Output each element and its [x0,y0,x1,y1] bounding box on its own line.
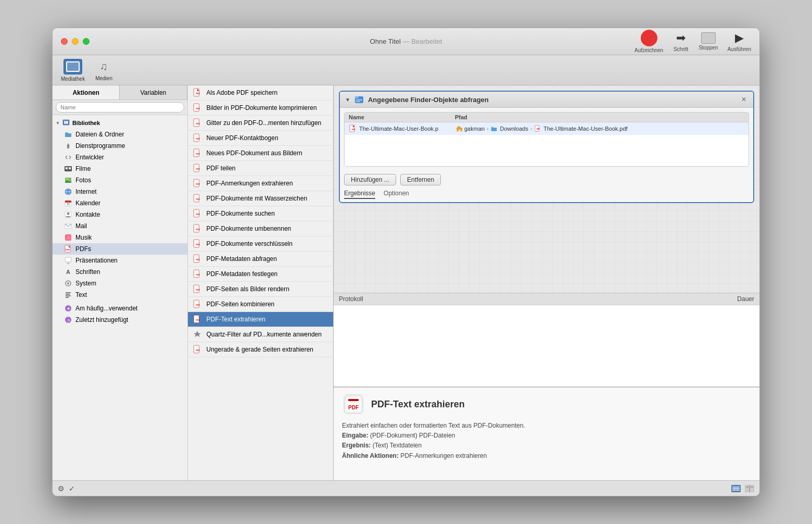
recent-icon: ◔ [64,316,72,324]
action-kontaktbogen[interactable]: PDF Neuer PDF-Kontaktbogen [188,131,333,146]
stoppen-button[interactable]: Stoppen [699,32,718,51]
svg-rect-77 [491,128,497,131]
svg-text:PDF: PDF [196,153,200,155]
aehnliche-value: PDF-Anmerkungen extrahieren [400,452,487,459]
medien-button[interactable]: ♫ Medien [95,59,112,81]
svg-text:★: ★ [67,306,70,311]
action-new-from-images[interactable]: PDF Neues PDF-Dokument aus Bildern [188,146,333,161]
toggle-icon[interactable]: ▼ [345,97,350,103]
action-encrypt[interactable]: PDF PDF-Dokumente verschlüsseln [188,236,333,252]
svg-text:PDF: PDF [66,248,70,251]
toolbar-right: Aufzeichnen ➡ Schritt Stoppen ▶ Ausführe… [635,30,751,53]
library-header[interactable]: ▼ Bibliothek [53,117,187,129]
action-icon: PDF [192,88,202,98]
mediathek-icon [64,59,82,74]
action-rename[interactable]: PDF PDF-Dokumente umbenennen [188,221,333,236]
list-view-icon[interactable] [731,485,741,492]
library-tree: ▼ Bibliothek [53,115,187,480]
sidebar-item-internet[interactable]: Internet [53,186,187,197]
action-icon: PDF [192,118,202,128]
check-icon[interactable]: ✓ [69,484,75,493]
path-folder: Downloads [500,126,528,132]
music-icon: ♫ [64,233,72,242]
file-row[interactable]: PDF The-Ultimate-Mac-User-Book.p gakman [345,122,748,135]
svg-point-28 [67,282,69,284]
action-icon: PDF [192,178,202,189]
sidebar-item-zuletzt[interactable]: ◔ Zuletzt hinzugefügt [53,314,187,326]
schritt-button[interactable]: ➡ Schritt [673,31,689,52]
close-icon[interactable]: ✕ [740,95,748,104]
pdf-file-icon: PDF [349,124,357,133]
action-search[interactable]: PDF PDF-Dokumente suchen [188,206,333,221]
finder-card-title: Angegebene Finder-Objekte abfragen [368,96,735,104]
action-metadata-get[interactable]: PDF PDF-Metadaten abfragen [188,252,333,267]
action-extract-text[interactable]: PDF PDF-Text extrahieren [188,312,333,327]
action-icon: PDF [192,148,202,158]
stop-icon [701,32,716,44]
sidebar-item-praesentationen[interactable]: Präsentationen [53,255,187,266]
remove-button[interactable]: Entfernen [400,174,441,185]
action-annotations[interactable]: PDF PDF-Anmerkungen extrahieren [188,176,333,191]
action-icon: PDF [192,254,202,264]
actions-panel: Aktionen Variablen ▼ [53,85,188,480]
minimize-button[interactable] [72,38,79,45]
protocol-area: Protokoll Dauer [334,293,759,386]
close-button[interactable] [61,38,68,45]
ausfuehren-button[interactable]: ▶ Ausführen [727,31,751,52]
sidebar-item-musik[interactable]: ♫ Musik [53,232,187,243]
tab-aktionen[interactable]: Aktionen [53,85,120,99]
sidebar-item-dienstprogramme[interactable]: Dienstprogramme [53,140,187,152]
add-button[interactable]: Hinzufügen ... [344,174,396,185]
sidebar-item-haeufig[interactable]: ★ Am häufig...verwendet [53,303,187,314]
sidebar-item-text[interactable]: Text [53,289,187,301]
sidebar-item-kalender[interactable]: 15 Kalender [53,197,187,209]
tab-optionen[interactable]: Optionen [384,190,409,199]
photos-icon [64,176,72,184]
action-adobe-pdf[interactable]: PDF Als Adobe PDF speichern [188,85,333,101]
info-panel-header: PDF PDF-Text extrahieren [334,388,759,421]
sidebar-item-mail[interactable]: Mail [53,220,187,232]
text-icon [64,291,72,299]
sidebar-item-entwickler[interactable]: Entwickler [53,152,187,163]
action-split[interactable]: PDF PDF teilen [188,161,333,176]
status-icons-right [731,485,754,492]
home-icon [455,125,462,132]
sidebar-item-filme[interactable]: Filme [53,163,187,174]
svg-text:PDF: PDF [196,138,200,140]
aufzeichnen-button[interactable]: Aufzeichnen [635,30,663,53]
svg-text:PDF: PDF [196,228,200,231]
calendar-icon: 15 [64,199,72,207]
tab-variablen[interactable]: Variablen [120,85,187,99]
path-separator-1: › [487,126,488,132]
finder-card-body: Name Pfad PDF The-U [340,108,753,171]
svg-text:PDF: PDF [196,243,200,246]
action-watermark[interactable]: PDF PDF-Dokumente mit Wasserzeichen [188,191,333,206]
action-combine[interactable]: PDF PDF-Seiten kombinieren [188,297,333,312]
sidebar-item-kontakte[interactable]: Kontakte [53,209,187,220]
sidebar-item-dateien[interactable]: Dateien & Ordner [53,129,187,140]
gear-icon[interactable]: ⚙ [58,484,65,493]
sidebar-item-fotos[interactable]: Fotos [53,174,187,186]
action-quartz[interactable]: Quartz-Filter auf PD...kumente anwenden [188,327,333,342]
search-input[interactable] [56,102,184,113]
split-view-icon[interactable] [745,485,754,492]
eingabe-value: (PDF-Dokument) PDF-Dateien [370,432,455,439]
action-metadata-set[interactable]: PDF PDF-Metadaten festlegen [188,267,333,282]
action-icon: PDF [192,193,202,204]
dev-icon [64,153,72,161]
action-odd-even[interactable]: PDF Ungerade & gerade Seiten extrahieren [188,342,333,357]
fullscreen-button[interactable] [83,38,90,45]
action-gitter[interactable]: PDF Gitter zu den PDF-D...menten hinzufü… [188,116,333,131]
svg-rect-3 [67,146,69,148]
svg-text:PDF: PDF [537,128,540,130]
file-table-header: Name Pfad [345,113,748,122]
mediathek-button[interactable]: Mediathek [61,59,85,82]
action-compress[interactable]: PDF Bilder in PDF-Dokumente komprimieren [188,101,333,116]
action-render[interactable]: PDF PDF-Seiten als Bilder rendern [188,282,333,297]
sidebar-item-pdfs[interactable]: PDF PDFs [53,243,187,255]
downloads-folder-icon [490,125,498,132]
sidebar-item-schriften[interactable]: A Schriften [53,266,187,278]
sidebar-item-system[interactable]: System [53,278,187,289]
protocol-header: Protokoll Dauer [334,293,759,305]
tab-ergebnisse[interactable]: Ergebnisse [344,190,375,199]
